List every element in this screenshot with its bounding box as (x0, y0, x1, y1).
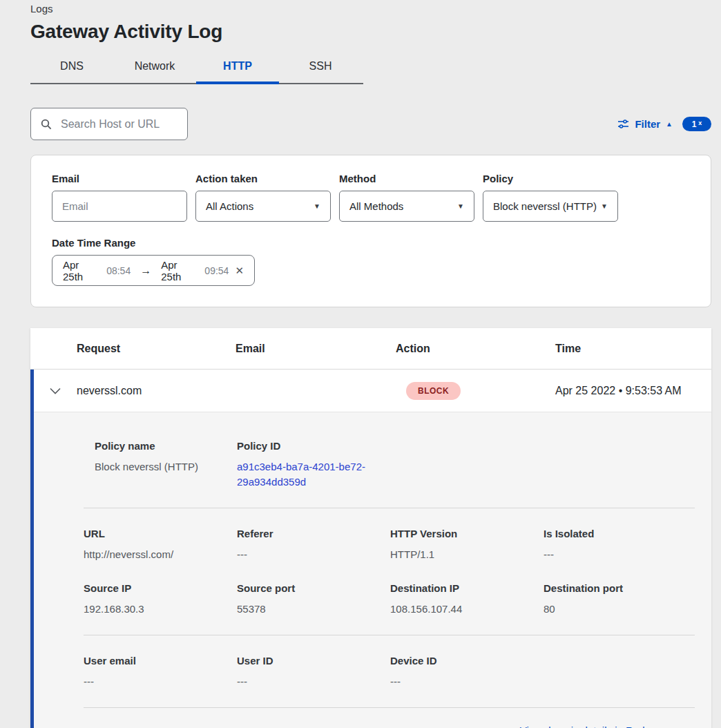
destination-port-label: Destination port (544, 582, 695, 594)
column-header-action: Action (396, 343, 555, 355)
table-row[interactable]: neverssl.com BLOCK Apr 25 2022 • 9:53:53… (34, 370, 711, 412)
daterange-end-time[interactable]: 09:54 (204, 265, 229, 276)
log-type-tabs: DNS Network HTTP SSH (30, 54, 363, 84)
filter-count-clear-x: x (698, 119, 702, 126)
is-isolated-value: --- (544, 547, 695, 562)
detail-cell-source-ip: Source IP 192.168.30.3 (84, 582, 237, 617)
tab-ssh[interactable]: SSH (279, 54, 362, 83)
column-header-time: Time (555, 343, 711, 355)
chevron-down-icon: ▼ (601, 202, 608, 210)
action-status-badge: BLOCK (406, 382, 461, 400)
gateway-activity-log-page: Logs Gateway Activity Log DNS Network HT… (0, 0, 721, 728)
activity-log-table: Request Email Action Time neverssl.com B… (30, 328, 711, 728)
user-detail-grid: User email --- User ID --- Device ID --- (84, 655, 695, 689)
http-version-value: HTTP/1.1 (390, 547, 544, 562)
method-filter-label: Method (339, 173, 474, 184)
tab-network[interactable]: Network (113, 54, 196, 83)
chevron-down-icon: ▼ (457, 202, 464, 210)
chevron-down-icon[interactable] (34, 387, 77, 394)
source-port-value: 55378 (237, 602, 390, 617)
collapse-caret-icon[interactable]: ▲ (666, 120, 673, 128)
detail-cell-source-port: Source port 55378 (237, 582, 390, 617)
policy-id-cell: Policy ID a91c3eb4-ba7a-4201-be72-29a934… (237, 440, 695, 490)
detail-cell-destination-port: Destination port 80 (544, 582, 695, 617)
url-label: URL (84, 528, 237, 539)
email-filter-input[interactable] (52, 191, 187, 222)
policy-name-cell: Policy name Block neverssl (HTTP) (95, 440, 237, 490)
detail-cell-url: URL http://neverssl.com/ (84, 528, 237, 562)
user-email-value: --- (84, 674, 237, 689)
action-filter-select[interactable]: All Actions ▼ (195, 191, 331, 222)
destination-ip-value: 108.156.107.44 (390, 602, 544, 617)
search-filter-row: Filter ▲ 1 x (30, 108, 711, 140)
detail-cell-user-id: User ID --- (237, 655, 390, 689)
destination-ip-label: Destination IP (390, 582, 544, 594)
action-filter-value: All Actions (206, 200, 253, 212)
policy-id-label: Policy ID (237, 440, 695, 452)
column-header-request: Request (77, 343, 235, 355)
policy-filter-select[interactable]: Block neverssl (HTTP) ▼ (483, 191, 618, 222)
filter-controls: Filter ▲ 1 x (617, 117, 711, 131)
user-id-label: User ID (237, 655, 390, 667)
section-divider (84, 635, 695, 635)
search-box[interactable] (30, 108, 188, 140)
referer-value: --- (237, 547, 390, 562)
row-time: Apr 25 2022 • 9:53:53 AM (555, 385, 711, 397)
search-icon (41, 119, 52, 130)
radar-link-row: View domain details in Radar → (84, 708, 695, 728)
request-detail-grid: URL http://neverssl.com/ Referer --- HTT… (84, 528, 695, 617)
expanded-row-group: neverssl.com BLOCK Apr 25 2022 • 9:53:53… (30, 370, 711, 728)
policy-filter-label: Policy (483, 173, 618, 184)
destination-port-value: 80 (544, 602, 695, 617)
filter-sliders-icon (617, 119, 629, 130)
breadcrumb[interactable]: Logs (30, 3, 711, 15)
device-id-value: --- (390, 674, 544, 689)
source-ip-value: 192.168.30.3 (84, 602, 237, 617)
detail-cell-empty (544, 655, 695, 689)
method-filter-select[interactable]: All Methods ▼ (339, 191, 474, 222)
tab-dns[interactable]: DNS (30, 54, 113, 83)
filter-panel: Email Action taken All Actions ▼ Method … (30, 155, 711, 307)
user-id-value: --- (237, 674, 390, 689)
clear-daterange-icon[interactable]: ✕ (235, 265, 244, 277)
filter-field-action: Action taken All Actions ▼ (195, 173, 331, 222)
policy-name-label: Policy name (95, 440, 237, 452)
filter-count: 1 (692, 119, 697, 129)
table-header-row: Request Email Action Time (30, 328, 711, 370)
column-header-email: Email (235, 343, 396, 355)
tab-http[interactable]: HTTP (196, 54, 279, 83)
filter-field-policy: Policy Block neverssl (HTTP) ▼ (483, 173, 618, 222)
daterange-end-date[interactable]: Apr 25th (161, 259, 198, 282)
is-isolated-label: Is Isolated (544, 528, 695, 539)
view-in-radar-link[interactable]: View domain details in Radar → (520, 725, 667, 728)
action-filter-label: Action taken (195, 173, 331, 184)
section-divider (84, 508, 695, 508)
chevron-down-icon: ▼ (314, 202, 320, 210)
filter-toggle-button[interactable]: Filter (635, 118, 660, 130)
detail-cell-destination-ip: Destination IP 108.156.107.44 (390, 582, 544, 617)
source-port-label: Source port (237, 582, 390, 594)
daterange-label: Date Time Range (52, 237, 690, 249)
policy-id-link[interactable]: a91c3eb4-ba7a-4201-be72-29a934dd359d (237, 459, 378, 490)
referer-label: Referer (237, 528, 390, 539)
daterange-start-time[interactable]: 08:54 (106, 265, 131, 276)
detail-cell-is-isolated: Is Isolated --- (544, 528, 695, 562)
source-ip-label: Source IP (84, 582, 237, 594)
daterange-picker[interactable]: Apr 25th 08:54 → Apr 25th 09:54 ✕ (52, 255, 255, 286)
filter-fields-row: Email Action taken All Actions ▼ Method … (52, 173, 690, 222)
filter-count-badge[interactable]: 1 x (682, 117, 711, 131)
email-filter-label: Email (52, 173, 187, 184)
arrow-right-icon: → (140, 265, 151, 277)
filter-field-email: Email (52, 173, 187, 222)
search-input[interactable] (59, 117, 177, 131)
detail-cell-referer: Referer --- (237, 528, 390, 562)
policy-name-value: Block neverssl (HTTP) (95, 459, 237, 475)
page-title: Gateway Activity Log (30, 21, 711, 43)
user-email-label: User email (84, 655, 237, 667)
daterange-start-date[interactable]: Apr 25th (63, 259, 100, 282)
detail-cell-http-version: HTTP Version HTTP/1.1 (390, 528, 544, 562)
detail-cell-user-email: User email --- (84, 655, 237, 689)
http-version-label: HTTP Version (390, 528, 544, 539)
device-id-label: Device ID (390, 655, 544, 667)
row-request-host[interactable]: neverssl.com (77, 385, 235, 397)
